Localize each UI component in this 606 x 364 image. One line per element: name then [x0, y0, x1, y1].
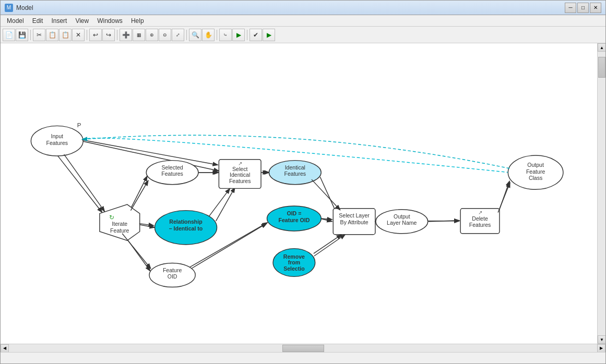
scroll-right-button[interactable]: ▶ — [597, 344, 605, 353]
oid-label2: Feature OID — [278, 217, 310, 223]
add-button[interactable]: ➕ — [120, 29, 132, 41]
arrow-relationship-selectidentical — [216, 187, 235, 221]
select-identical-label2: Identical — [230, 172, 250, 178]
select-all-button[interactable]: ▦ — [133, 29, 145, 41]
selected-features-label1: Selected — [162, 164, 183, 171]
zoom-out-button[interactable]: ⊖ — [159, 29, 171, 41]
scroll-up-button[interactable]: ▲ — [598, 43, 605, 52]
menu-windows[interactable]: Windows — [93, 16, 127, 26]
maximize-button[interactable]: □ — [577, 3, 589, 13]
close-button[interactable]: ✕ — [590, 3, 601, 13]
identical-features-label2: Features — [284, 171, 306, 177]
window-icon: M — [5, 4, 13, 12]
menu-view[interactable]: View — [71, 16, 93, 26]
svg-line-11 — [122, 234, 151, 269]
select-identical-label1: Select — [232, 166, 247, 172]
svg-line-7 — [64, 154, 105, 211]
pan-button[interactable]: ✋ — [202, 29, 215, 41]
selected-features-label2: Features — [161, 171, 183, 177]
input-features-label: Input — [51, 133, 64, 139]
canvas-area[interactable]: P — [1, 43, 597, 344]
scroll-thumb-h[interactable] — [282, 345, 324, 352]
new-button[interactable]: 📄 — [3, 29, 15, 41]
menu-model[interactable]: Model — [3, 16, 28, 26]
remove-label1: Remove — [283, 253, 305, 260]
title-bar: M Model ─ □ ✕ — [1, 1, 605, 15]
relationship-label1: Relationship — [169, 219, 203, 225]
toolbar-separator-5 — [217, 30, 217, 40]
minimize-button[interactable]: ─ — [565, 3, 576, 13]
horizontal-scrollbar[interactable]: ◀ ▶ — [1, 344, 605, 352]
remove-label3: Selectio — [283, 265, 305, 272]
output-fc-label1: Output — [527, 162, 544, 168]
select-layer-label1: Select Layer — [339, 212, 370, 219]
delete-button[interactable]: ✕ — [72, 29, 85, 41]
copy-button[interactable]: 📋 — [46, 29, 58, 41]
delete-icon: ↗ — [478, 210, 482, 215]
fit-button[interactable]: ⤢ — [172, 29, 184, 41]
arrow-remove-selectlayer — [314, 235, 346, 256]
toolbar-separator-4 — [186, 30, 187, 40]
scroll-track-v[interactable] — [598, 52, 605, 335]
toolbar-separator-1 — [30, 30, 31, 40]
svg-line-18 — [314, 235, 342, 253]
save-button[interactable]: 💾 — [16, 29, 28, 41]
toolbar: 📄 💾 ✂ 📋 📋 ✕ ↩ ↪ ➕ ▦ ⊕ ⊖ ⤢ 🔍 ✋ ⤷ ▶ ✔ ▶ — [1, 27, 605, 43]
feature-oid-label2: OID — [168, 273, 177, 280]
status-bar — [1, 352, 605, 363]
menu-insert[interactable]: Insert — [47, 16, 71, 26]
toolbar-separator-6 — [247, 30, 247, 40]
validate-button[interactable]: ✔ — [249, 29, 262, 41]
output-fc-label2: Feature — [526, 168, 545, 175]
relationship-label2: – Identical to — [169, 225, 203, 232]
output-layer-label2: Layer Name — [387, 220, 417, 226]
iterate-icon: ↻ — [109, 214, 114, 221]
main-area: P — [1, 43, 605, 344]
cut-button[interactable]: ✂ — [33, 29, 45, 41]
output-fc-label3: Class — [529, 175, 542, 181]
main-window: M Model ─ □ ✕ Model Edit Insert View Win… — [0, 0, 606, 364]
iterate-label2: Feature — [110, 227, 129, 234]
scroll-track-h[interactable] — [9, 344, 597, 352]
feature-oid-label1: Feature — [163, 267, 182, 273]
menu-bar: Model Edit Insert View Windows Help — [1, 15, 605, 27]
select-layer-label2: By Attribute — [340, 219, 369, 225]
window-controls: ─ □ ✕ — [565, 3, 601, 13]
scroll-left-button[interactable]: ◀ — [1, 344, 9, 353]
paste-button[interactable]: 📋 — [59, 29, 72, 41]
menu-edit[interactable]: Edit — [28, 16, 47, 26]
bottom-bar: ◀ ▶ — [1, 344, 605, 363]
toolbar-separator-2 — [87, 30, 87, 40]
svg-line-15 — [312, 179, 340, 210]
scroll-thumb-v[interactable] — [598, 57, 605, 78]
redo-button[interactable]: ↪ — [102, 29, 115, 41]
p-label: P — [77, 122, 81, 128]
arrow-input-iterate — [57, 155, 102, 212]
run-button[interactable]: ▶ — [232, 29, 245, 41]
identical-features-label1: Identical — [285, 164, 305, 171]
iterate-label1: Iterate — [112, 221, 127, 227]
undo-button[interactable]: ↩ — [89, 29, 102, 41]
diagram-canvas: P — [1, 43, 597, 344]
delete-label2: Features — [469, 222, 491, 228]
vertical-scrollbar[interactable]: ▲ ▼ — [597, 43, 605, 344]
oid-label1: OID = — [287, 210, 301, 216]
scroll-down-button[interactable]: ▼ — [598, 335, 605, 344]
output-layer-label1: Output — [394, 213, 410, 220]
zoom-button[interactable]: 🔍 — [189, 29, 201, 41]
input-features-label2: Features — [46, 140, 68, 146]
remove-label2: from — [288, 259, 300, 265]
svg-line-23 — [498, 183, 510, 213]
toolbar-separator-3 — [117, 30, 117, 40]
window-title: Model — [16, 4, 565, 11]
arrow-identical-selectlayer — [320, 177, 337, 213]
connect-button[interactable]: ⤷ — [219, 29, 232, 41]
menu-help[interactable]: Help — [127, 16, 148, 26]
select-identical-label3: Features — [229, 178, 251, 184]
play-button[interactable]: ▶ — [263, 29, 275, 41]
delete-label1: Delete — [472, 215, 488, 222]
svg-line-9 — [130, 180, 148, 211]
zoom-in-button[interactable]: ⊕ — [146, 29, 158, 41]
